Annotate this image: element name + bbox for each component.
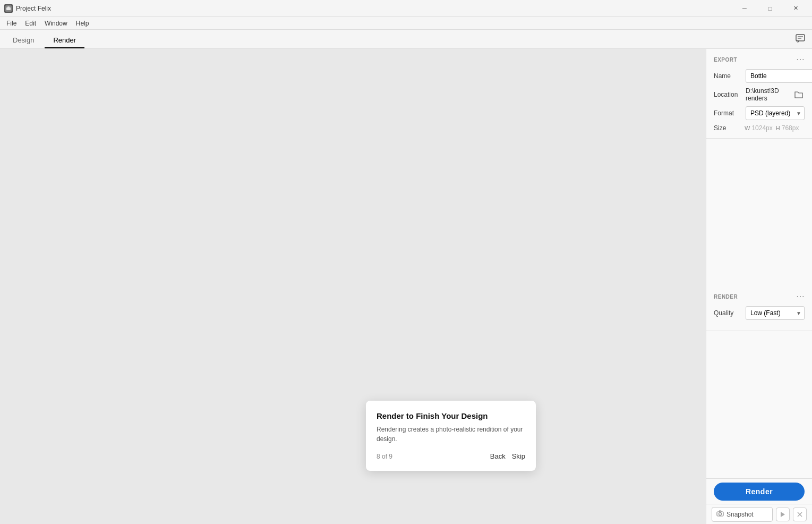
name-label: Name [714, 72, 741, 80]
title-bar-left: Project Felix [4, 4, 51, 13]
snapshot-bar: Snapshot [706, 504, 812, 524]
location-value: D:\kunst!3D renders [746, 87, 789, 102]
app-title: Project Felix [16, 5, 51, 12]
location-label: Location [714, 91, 741, 98]
menu-help[interactable]: Help [72, 17, 93, 30]
right-panel: EXPORT ⋯ Name Location D:\kunst!3D rende… [706, 49, 812, 524]
snapshot-play-button[interactable] [776, 508, 790, 521]
tab-bar-right [793, 31, 808, 48]
tab-design[interactable]: Design [4, 33, 42, 48]
tab-render[interactable]: Render [45, 33, 84, 48]
tooltip-card: Render to Finish Your Design Rendering c… [366, 401, 536, 471]
camera-icon [716, 510, 724, 518]
name-row: Name [714, 69, 805, 83]
export-section: EXPORT ⋯ Name Location D:\kunst!3D rende… [706, 49, 812, 139]
height-value: 768px [782, 124, 799, 132]
render-menu-icon[interactable]: ⋯ [796, 292, 805, 301]
minimize-button[interactable]: ─ [732, 0, 757, 17]
menu-file[interactable]: File [2, 17, 21, 30]
svg-point-7 [719, 513, 722, 515]
menu-bar: File Edit Window Help [0, 17, 812, 30]
tooltip-title: Render to Finish Your Design [377, 411, 525, 420]
quality-label: Quality [714, 309, 741, 317]
snapshot-close-button[interactable] [793, 508, 807, 521]
snapshot-button[interactable]: Snapshot [712, 507, 773, 522]
snapshot-label: Snapshot [726, 511, 754, 518]
folder-icon[interactable] [793, 89, 805, 100]
height-label: H [776, 125, 780, 131]
title-bar: Project Felix ─ □ ✕ [0, 0, 812, 17]
render-section: RENDER ⋯ Quality Low (Fast) Medium High … [706, 286, 812, 331]
export-section-header: EXPORT ⋯ [714, 55, 805, 64]
tabs: Design Render [4, 33, 84, 48]
format-label: Format [714, 109, 741, 117]
canvas-area: Render to Finish Your Design Rendering c… [0, 49, 706, 524]
main-layout: Render to Finish Your Design Rendering c… [0, 49, 812, 524]
render-button-bar: Render [706, 478, 812, 504]
tooltip-counter: 8 of 9 [377, 453, 392, 460]
menu-edit[interactable]: Edit [21, 17, 40, 30]
export-menu-icon[interactable]: ⋯ [796, 55, 805, 64]
render-section-title: RENDER [714, 294, 738, 300]
format-select-wrapper: PSD (layered) PNG JPEG TIFF ▼ [746, 106, 805, 120]
quality-select[interactable]: Low (Fast) Medium High Ultra [746, 306, 805, 320]
name-input[interactable] [746, 69, 812, 83]
chat-icon[interactable] [793, 31, 808, 46]
format-select[interactable]: PSD (layered) PNG JPEG TIFF [746, 106, 805, 120]
export-spacer [706, 139, 812, 286]
back-button[interactable]: Back [490, 452, 506, 460]
tab-bar: Design Render [0, 30, 812, 49]
export-section-title: EXPORT [714, 57, 737, 63]
maximize-button[interactable]: □ [758, 0, 782, 17]
tooltip-description: Rendering creates a photo-realistic rend… [377, 425, 525, 444]
format-row: Format PSD (layered) PNG JPEG TIFF ▼ [714, 106, 805, 120]
menu-window[interactable]: Window [40, 17, 72, 30]
quality-select-wrapper: Low (Fast) Medium High Ultra ▼ [746, 306, 805, 320]
svg-rect-2 [7, 6, 10, 8]
width-label: W [745, 125, 750, 131]
width-field: W 1024px [745, 124, 773, 132]
window-controls: ─ □ ✕ [732, 0, 808, 17]
quality-row: Quality Low (Fast) Medium High Ultra ▼ [714, 306, 805, 320]
close-button[interactable]: ✕ [783, 0, 808, 17]
tooltip-actions: Back Skip [490, 452, 525, 460]
height-field: H 768px [776, 124, 799, 132]
render-button[interactable]: Render [714, 483, 805, 501]
location-row: Location D:\kunst!3D renders [714, 87, 805, 102]
svg-marker-8 [781, 512, 785, 517]
skip-button[interactable]: Skip [512, 452, 525, 460]
tooltip-footer: 8 of 9 Back Skip [377, 452, 525, 460]
size-row: Size W 1024px H 768px [714, 124, 805, 132]
width-value: 1024px [751, 124, 772, 132]
render-section-header: RENDER ⋯ [714, 292, 805, 301]
size-label: Size [714, 124, 741, 132]
render-spacer [706, 331, 812, 478]
app-icon [4, 4, 13, 13]
svg-rect-3 [796, 35, 805, 41]
